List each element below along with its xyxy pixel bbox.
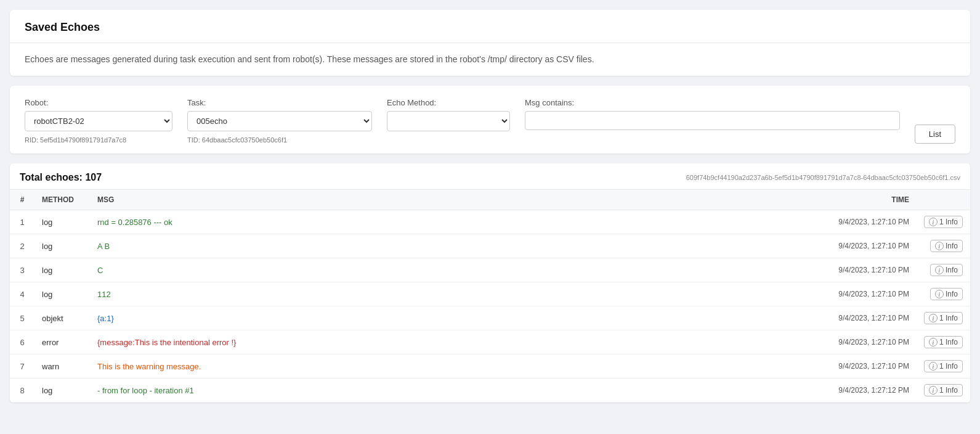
task-filter-group: Task: 005echo TID: 64dbaac5cfc03750eb50c… <box>187 98 372 144</box>
cell-method: warn <box>34 354 90 379</box>
cell-msg: {a:1} <box>90 306 787 330</box>
info-badge-button[interactable]: i Info <box>930 240 963 252</box>
col-header-msg: MSG <box>90 190 787 210</box>
cell-info: i 1 Info <box>917 354 970 379</box>
echoes-table: # METHOD MSG TIME 1 log rnd = 0.285876 -… <box>10 189 970 403</box>
cell-time: 9/4/2023, 1:27:10 PM <box>787 354 917 379</box>
table-row: 6 error {message:This is the intentional… <box>10 330 970 354</box>
cell-info: i Info <box>917 234 970 258</box>
echo-method-label: Echo Method: <box>387 98 510 107</box>
msg-contains-filter-group: Msg contains: <box>525 98 900 130</box>
info-badge-button[interactable]: i 1 Info <box>924 384 963 396</box>
cell-time: 9/4/2023, 1:27:10 PM <box>787 330 917 354</box>
info-icon: i <box>929 362 937 371</box>
info-icon: i <box>929 218 937 226</box>
table-row: 3 log C 9/4/2023, 1:27:10 PM i Info <box>10 258 970 282</box>
table-row: 7 warn This is the warning message. 9/4/… <box>10 354 970 379</box>
cell-num: 1 <box>10 210 34 234</box>
cell-msg: rnd = 0.285876 --- ok <box>90 210 787 234</box>
table-row: 4 log 112 9/4/2023, 1:27:10 PM i Info <box>10 282 970 306</box>
col-header-num: # <box>10 190 34 210</box>
info-icon: i <box>929 338 937 346</box>
cell-num: 7 <box>10 354 34 379</box>
info-badge-button[interactable]: i Info <box>930 264 963 276</box>
echoes-table-section: Total echoes: 107 609f74b9cf44190a2d237a… <box>10 163 970 403</box>
cell-msg: {message:This is the intentional error !… <box>90 330 787 354</box>
cell-time: 9/4/2023, 1:27:10 PM <box>787 306 917 330</box>
cell-time: 9/4/2023, 1:27:10 PM <box>787 258 917 282</box>
cell-msg: 112 <box>90 282 787 306</box>
cell-num: 3 <box>10 258 34 282</box>
cell-num: 4 <box>10 282 34 306</box>
table-row: 8 log - from for loop - iteration #1 9/4… <box>10 379 970 403</box>
cell-info: i 1 Info <box>917 210 970 234</box>
robot-label: Robot: <box>25 98 172 107</box>
page-description: Echoes are messages generated during tas… <box>25 53 955 66</box>
cell-method: log <box>34 258 90 282</box>
cell-method: log <box>34 282 90 306</box>
table-row: 1 log rnd = 0.285876 --- ok 9/4/2023, 1:… <box>10 210 970 234</box>
cell-info: i Info <box>917 282 970 306</box>
info-icon: i <box>935 290 944 298</box>
table-row: 5 objekt {a:1} 9/4/2023, 1:27:10 PM i 1 … <box>10 306 970 330</box>
cell-num: 6 <box>10 330 34 354</box>
cell-time: 9/4/2023, 1:27:10 PM <box>787 234 917 258</box>
info-icon: i <box>929 386 937 395</box>
info-badge-button[interactable]: i 1 Info <box>924 216 963 228</box>
info-icon: i <box>935 266 944 274</box>
task-label: Task: <box>187 98 372 107</box>
echo-method-select[interactable] <box>387 111 510 131</box>
col-header-method: METHOD <box>34 190 90 210</box>
cell-msg: C <box>90 258 787 282</box>
cell-method: log <box>34 210 90 234</box>
page-title: Saved Echoes <box>25 21 955 34</box>
info-badge-button[interactable]: i 1 Info <box>924 312 963 324</box>
cell-msg: - from for loop - iteration #1 <box>90 379 787 403</box>
csv-download-link[interactable]: 609f74b9cf44190a2d237a6b-5ef5d1b4790f891… <box>686 174 960 181</box>
cell-num: 2 <box>10 234 34 258</box>
robot-select[interactable]: robotCTB2-02 <box>25 111 172 131</box>
cell-msg: A B <box>90 234 787 258</box>
cell-method: objekt <box>34 306 90 330</box>
filters-panel: Robot: robotCTB2-02 RID: 5ef5d1b4790f891… <box>10 86 970 154</box>
msg-contains-label: Msg contains: <box>525 98 900 107</box>
info-badge-button[interactable]: i 1 Info <box>924 336 963 348</box>
col-header-time: TIME <box>787 190 917 210</box>
cell-time: 9/4/2023, 1:27:10 PM <box>787 210 917 234</box>
col-header-info <box>917 190 970 210</box>
info-icon: i <box>929 314 937 322</box>
info-badge-button[interactable]: i 1 Info <box>924 360 963 372</box>
cell-num: 8 <box>10 379 34 403</box>
cell-method: log <box>34 234 90 258</box>
robot-rid: RID: 5ef5d1b4790f891791d7a7c8 <box>25 136 172 144</box>
list-button[interactable]: List <box>915 125 955 144</box>
cell-info: i 1 Info <box>917 330 970 354</box>
task-select[interactable]: 005echo <box>187 111 372 131</box>
info-badge-button[interactable]: i Info <box>930 288 963 300</box>
total-echoes-label: Total echoes: 107 <box>20 172 102 183</box>
cell-num: 5 <box>10 306 34 330</box>
info-icon: i <box>935 242 944 250</box>
cell-time: 9/4/2023, 1:27:12 PM <box>787 379 917 403</box>
cell-info: i 1 Info <box>917 306 970 330</box>
echo-method-filter-group: Echo Method: <box>387 98 510 131</box>
cell-info: i Info <box>917 258 970 282</box>
cell-time: 9/4/2023, 1:27:10 PM <box>787 282 917 306</box>
cell-msg: This is the warning message. <box>90 354 787 379</box>
cell-method: log <box>34 379 90 403</box>
robot-filter-group: Robot: robotCTB2-02 RID: 5ef5d1b4790f891… <box>25 98 172 144</box>
table-row: 2 log A B 9/4/2023, 1:27:10 PM i Info <box>10 234 970 258</box>
task-tid: TID: 64dbaac5cfc03750eb50c6f1 <box>187 136 372 144</box>
cell-info: i 1 Info <box>917 379 970 403</box>
cell-method: error <box>34 330 90 354</box>
msg-contains-input[interactable] <box>525 111 900 130</box>
